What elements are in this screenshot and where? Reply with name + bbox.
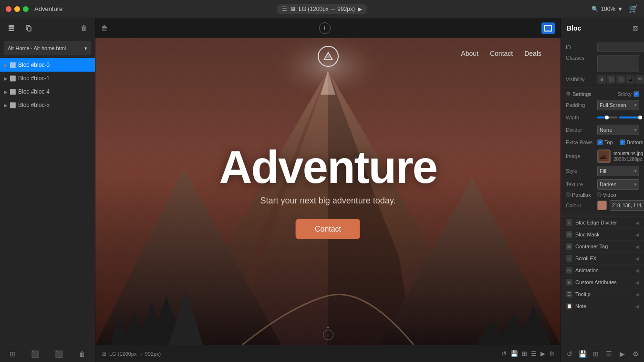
vis-eye[interactable]: 👁 bbox=[635, 75, 644, 84]
canvas-delete-button[interactable]: 🗑 bbox=[101, 24, 108, 32]
colour-row: Colour ✕ bbox=[561, 199, 644, 212]
pages-button[interactable] bbox=[21, 21, 36, 35]
hero-contact-button[interactable]: Contact bbox=[296, 219, 360, 239]
split-right-icon[interactable]: ⬛ bbox=[55, 350, 63, 358]
left-sidebar: 🗑 Alt-Home · Alt-home.html ▾ ▶ ⬜ Bloc #b… bbox=[0, 18, 95, 362]
grid-icon[interactable]: ⊞ bbox=[522, 350, 527, 357]
vis-mobile[interactable]: 📱 bbox=[626, 75, 634, 84]
panel-close-button[interactable]: ⊠ bbox=[633, 24, 638, 32]
texture-select[interactable]: Darken bbox=[597, 179, 639, 190]
canvas-size-text: LG (1200px → 992px) bbox=[109, 351, 161, 357]
width-row: Width bbox=[561, 112, 644, 123]
maximize-button[interactable] bbox=[23, 6, 29, 12]
undo-icon[interactable]: ↺ bbox=[501, 350, 507, 357]
sticky-checkbox[interactable]: ✓ bbox=[634, 91, 639, 97]
classes-input[interactable] bbox=[597, 55, 639, 72]
vis-desktop[interactable]: 🖥 bbox=[597, 75, 606, 84]
panel-list-icon[interactable]: ☰ bbox=[603, 348, 615, 360]
svg-rect-1 bbox=[9, 27, 14, 29]
nav-about[interactable]: About bbox=[461, 50, 478, 57]
bloc-1-label: Bloc #bloc-1 bbox=[18, 75, 50, 82]
panel-undo-icon[interactable]: ↺ bbox=[564, 348, 575, 360]
image-name: mountains.jpg bbox=[613, 151, 643, 156]
slider-fill-right bbox=[619, 117, 639, 118]
slider-track-right[interactable] bbox=[619, 117, 639, 118]
canvas-add-bloc-button[interactable]: + bbox=[319, 22, 331, 34]
panel-grid-icon[interactable]: ⊞ bbox=[590, 348, 602, 360]
padding-select[interactable]: Full Screen bbox=[597, 100, 639, 110]
close-button[interactable] bbox=[6, 6, 11, 12]
slider-handle-right[interactable] bbox=[638, 116, 642, 119]
hero-subtitle: Start your next big adventure today. bbox=[219, 196, 437, 206]
bloc-mask-row[interactable]: ⊡ Bloc Mask ◀ bbox=[561, 228, 644, 240]
video-radio[interactable] bbox=[597, 192, 602, 197]
minimize-button[interactable] bbox=[14, 6, 20, 12]
slider-handle-left[interactable] bbox=[605, 116, 609, 119]
top-checkbox[interactable]: ✓ bbox=[597, 139, 603, 145]
extra-rows-checkboxes: ✓ Top ✓ Bottom bbox=[597, 139, 644, 145]
delete-sidebar-button[interactable]: 🗑 bbox=[76, 21, 91, 35]
bottom-cb-item: ✓ Bottom bbox=[620, 139, 644, 145]
parallax-radio[interactable] bbox=[566, 192, 571, 197]
scroll-fx-row[interactable]: ↕ Scroll FX ◀ bbox=[561, 252, 644, 264]
animation-row[interactable]: ◎ Animation ◀ bbox=[561, 264, 644, 276]
colour-swatch[interactable] bbox=[597, 201, 607, 210]
settings-header[interactable]: ⚙ Settings Sticky ✓ bbox=[561, 89, 644, 98]
layers-button[interactable] bbox=[4, 21, 19, 35]
trash-icon: 🗑 bbox=[81, 24, 87, 32]
padding-select-wrapper: Full Screen ▼ bbox=[597, 100, 639, 110]
vis-tablet-portrait[interactable]: ⬛ bbox=[616, 75, 625, 84]
id-input[interactable] bbox=[597, 43, 644, 52]
divider-select[interactable]: None bbox=[597, 125, 639, 135]
page-selector[interactable]: Alt-Home · Alt-home.html ▾ bbox=[4, 41, 91, 55]
collapse-arrow: ◀ bbox=[635, 268, 639, 273]
settings-icon[interactable]: ⚙ bbox=[549, 350, 555, 357]
delete-row-icon[interactable]: 🗑 bbox=[79, 350, 85, 358]
add-row-icon[interactable]: ⊞ bbox=[10, 350, 15, 358]
canvas-frame-button[interactable] bbox=[541, 22, 555, 34]
tooltip-row[interactable]: ☰ Tooltip ◀ bbox=[561, 288, 644, 300]
sticky-label: Sticky bbox=[618, 91, 632, 97]
split-left-icon[interactable]: ⬛ bbox=[31, 350, 39, 358]
panel-video-icon[interactable]: ▶ bbox=[616, 348, 628, 360]
list-icon[interactable]: ☰ bbox=[531, 350, 537, 357]
sidebar-item-bloc-0[interactable]: ▶ ⬜ Bloc #bloc-0 bbox=[0, 58, 95, 72]
monitor-small-icon: 🖥 bbox=[101, 351, 106, 357]
panel-settings-icon[interactable]: ⚙ bbox=[630, 348, 641, 360]
panel-header: Bloc ⊠ bbox=[561, 18, 644, 38]
panel-save-icon[interactable]: 💾 bbox=[577, 348, 588, 360]
parallax-label: Parallax bbox=[572, 192, 591, 198]
zoom-control[interactable]: 🔍 100% ▼ bbox=[592, 6, 623, 12]
sidebar-item-bloc-4[interactable]: ▶ ⬜ Bloc #bloc-4 bbox=[0, 85, 95, 98]
page-selector-label: Alt-Home · Alt-home.html bbox=[8, 45, 66, 51]
bloc-edge-divider-row[interactable]: ≡ Bloc Edge Divider ◀ bbox=[561, 216, 644, 228]
bloc-icon: ⬜ bbox=[10, 62, 16, 68]
note-icon: 📋 bbox=[566, 303, 572, 309]
viewport-label: LG (1200px → 992px) bbox=[299, 6, 355, 12]
style-select[interactable]: Fill bbox=[597, 166, 639, 176]
expand-arrow: ▶ bbox=[4, 103, 8, 108]
collapse-arrow: ◀ bbox=[635, 280, 639, 285]
parallax-item: Parallax bbox=[566, 192, 591, 198]
note-row[interactable]: 📋 Note ◀ bbox=[561, 300, 644, 312]
classes-label: Classes bbox=[566, 55, 594, 61]
bottom-checkbox[interactable]: ✓ bbox=[620, 139, 625, 145]
slider-track-left[interactable] bbox=[597, 117, 617, 118]
sidebar-item-bloc-5[interactable]: ▶ ⬜ Bloc #bloc-5 bbox=[0, 98, 95, 112]
nav-deals[interactable]: Deals bbox=[524, 50, 541, 57]
expand-arrow: ▶ bbox=[4, 63, 8, 68]
vis-tablet-landscape[interactable]: ⬛ bbox=[607, 75, 615, 84]
nav-contact[interactable]: Contact bbox=[490, 50, 513, 57]
divider-select-wrapper: None ▼ bbox=[597, 125, 639, 135]
video-icon[interactable]: ▶ bbox=[540, 350, 545, 357]
padding-row: Padding Full Screen ▼ bbox=[561, 98, 644, 112]
cart-icon[interactable]: 🛒 bbox=[629, 4, 638, 13]
add-bloc-bottom[interactable]: + bbox=[323, 330, 333, 340]
viewport-selector[interactable]: ☰ 🖥 LG (1200px → 992px) ▶ bbox=[277, 4, 367, 14]
image-preview[interactable]: mountains.jpg 2008x1288px bbox=[597, 149, 643, 163]
sidebar-item-bloc-1[interactable]: ▶ ⬜ Bloc #bloc-1 bbox=[0, 72, 95, 85]
colour-value-input[interactable] bbox=[610, 200, 644, 211]
custom-attributes-row[interactable]: ⊕ Custom Attributes ◀ bbox=[561, 276, 644, 288]
save-icon[interactable]: 💾 bbox=[510, 350, 518, 357]
container-tag-row[interactable]: ⊞ Container Tag ◀ bbox=[561, 240, 644, 252]
